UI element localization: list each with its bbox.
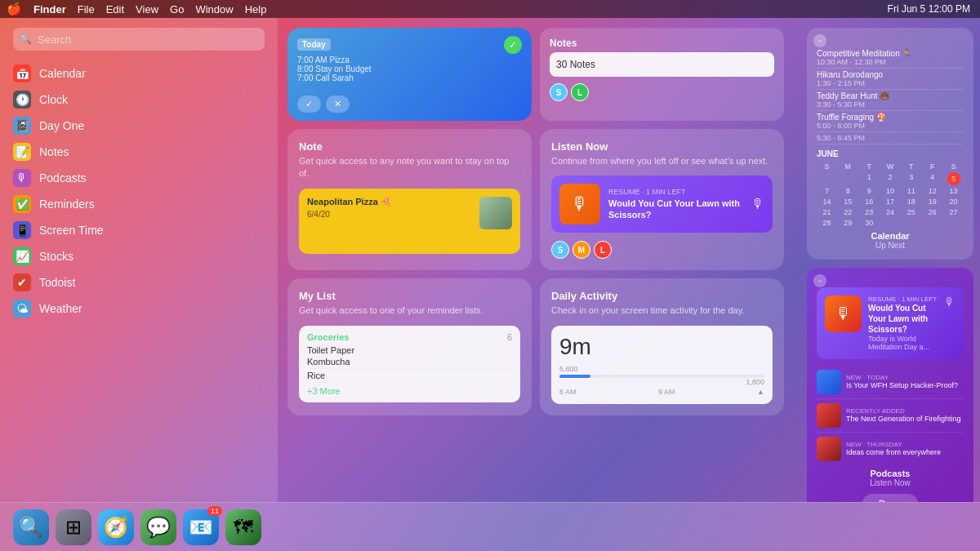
sidebar-item-weather[interactable]: 🌤 Weather	[0, 295, 278, 322]
cal-day-29[interactable]: 29	[838, 218, 858, 228]
sidebar-label-calendar: Calendar	[39, 67, 86, 80]
menu-window[interactable]: Window	[195, 3, 233, 16]
cal-day-4[interactable]: 4	[922, 172, 942, 185]
podcast-icon: 🎙	[751, 197, 764, 211]
cal-day-15[interactable]: 15	[838, 197, 858, 207]
label-0: ▲	[757, 388, 764, 396]
podcast-list-item-2: RECENTLY ADDED The Next Generation of Fi…	[817, 399, 964, 433]
avatar-m: M	[572, 241, 590, 259]
cal-day-25[interactable]: 25	[901, 207, 921, 217]
dayone-icon: 📓	[13, 117, 31, 135]
dock-safari[interactable]: 🧭	[98, 509, 134, 545]
screentime-icon: 📱	[13, 221, 31, 239]
menu-view[interactable]: View	[136, 3, 158, 16]
dock-mail[interactable]: 📧 11	[183, 509, 219, 545]
podcast-list-item-3: NEW · THURSDAY Ideas come from everywher…	[817, 433, 964, 465]
cal-day-23[interactable]: 23	[859, 207, 880, 217]
cal-day-19[interactable]: 19	[922, 197, 942, 207]
done-button[interactable]: Done	[862, 494, 919, 502]
sidebar: 🔍 📅 Calendar 🕐 Clock 📓 Day One 📝 Notes 🎙…	[0, 18, 278, 502]
menu-file[interactable]: File	[78, 3, 95, 16]
cal-day-7[interactable]: 7	[817, 186, 837, 196]
podcast-resume-info: RESUME · 1 MIN LEFT Would You Cut Your L…	[868, 295, 938, 351]
podcast-resume-section: 🎙 RESUME · 1 MIN LEFT Would You Cut Your…	[817, 287, 964, 465]
cal-day-27[interactable]: 27	[943, 207, 964, 217]
menu-edit[interactable]: Edit	[106, 3, 124, 16]
cal-day-28[interactable]: 28	[817, 218, 837, 228]
podcast-art: 🎙	[559, 184, 600, 224]
cal-day-21[interactable]: 21	[817, 207, 837, 217]
sidebar-item-todoist[interactable]: ✔ Todoist	[0, 269, 278, 295]
reminder-header-cols: Toilet Paper	[307, 345, 512, 355]
screentime-bar-bg	[559, 375, 764, 378]
cal-day-24[interactable]: 24	[880, 207, 901, 217]
menubar: 🍎 Finder File Edit View Go Window Help F…	[0, 0, 980, 18]
calendar-month: JUNE	[817, 149, 839, 158]
cal-day-12[interactable]: 12	[922, 186, 942, 196]
cal-day-30[interactable]: 30	[859, 218, 880, 228]
cal-day-5-today[interactable]: 5	[947, 172, 960, 185]
search-container: 🔍	[13, 28, 265, 51]
cal-day-11[interactable]: 11	[901, 186, 921, 196]
cal-day-3[interactable]: 3	[901, 172, 921, 185]
bar-label-1800: 1,800	[746, 378, 764, 386]
cal-day-22[interactable]: 22	[838, 207, 858, 217]
menu-go[interactable]: Go	[170, 3, 184, 16]
cal-day-17[interactable]: 17	[880, 197, 901, 207]
cal-day-9[interactable]: 9	[859, 186, 880, 196]
podcast-main-card: 🎙 RESUME · 1 MIN LEFT Would You Cut Your…	[551, 176, 773, 233]
reminder-header: Groceries 6	[307, 332, 512, 342]
cal-day-16[interactable]: 16	[859, 197, 880, 207]
apple-menu[interactable]: 🍎	[7, 2, 22, 16]
sidebar-item-screentime[interactable]: 📱 Screen Time	[0, 217, 278, 243]
menu-help[interactable]: Help	[245, 3, 267, 16]
note-widget-title: Note	[299, 140, 520, 153]
sidebar-item-podcasts[interactable]: 🎙 Podcasts	[0, 165, 278, 191]
dock-messages[interactable]: 💬	[140, 509, 176, 545]
cal-day-10[interactable]: 10	[880, 186, 901, 196]
today-btn-x[interactable]: ✕	[326, 96, 350, 113]
listen-now-subtitle: Continue from where you left off or see …	[551, 155, 773, 167]
reminder-list: Groceries 6 Toilet Paper Kombucha Rice +…	[299, 326, 520, 402]
label-6am: 6 AM	[559, 388, 577, 396]
reminder-more[interactable]: +3 More	[307, 386, 512, 396]
search-input[interactable]	[13, 28, 265, 51]
sidebar-label-screentime: Screen Time	[39, 224, 104, 237]
middle-widgets-row: Note Get quick access to any note you wa…	[287, 129, 784, 270]
dock-maps[interactable]: 🗺	[225, 509, 261, 545]
cal-day-20[interactable]: 20	[943, 197, 964, 207]
podcasts-close-button[interactable]: −	[813, 274, 826, 287]
cal-day-2[interactable]: 2	[880, 172, 901, 185]
cal-day-1[interactable]: 1	[859, 172, 880, 185]
podcast-list-tag-1: NEW · TODAY	[846, 374, 964, 381]
sidebar-item-clock[interactable]: 🕐 Clock	[0, 87, 278, 113]
cal-day-26[interactable]: 26	[922, 207, 942, 217]
avatar-l: L	[571, 83, 589, 101]
today-line2: 8:00 Stay on Budget	[297, 64, 522, 73]
sidebar-item-stocks[interactable]: 📈 Stocks	[0, 243, 278, 269]
podcasts-footer-title: Podcasts	[817, 469, 964, 478]
today-badge: Today	[297, 38, 331, 51]
podcast-info: RESUME · 1 MIN LEFT Would You Cut Your L…	[608, 188, 743, 221]
cal-header-f: F	[922, 162, 942, 171]
calendar-close-button[interactable]: −	[813, 34, 826, 47]
reminder-item-2: Rice	[307, 369, 512, 383]
calendar-footer-title: Calendar	[817, 231, 964, 241]
today-btn-check[interactable]: ✓	[297, 96, 321, 113]
sidebar-label-podcasts: Podcasts	[39, 171, 87, 184]
cal-event-5: 5:30 - 6:45 PM	[817, 132, 964, 144]
note-sticky: Neapolitan Pizza 🍕 6/4/20	[299, 189, 520, 254]
sidebar-item-dayone[interactable]: 📓 Day One	[0, 113, 278, 139]
menu-finder[interactable]: Finder	[33, 3, 66, 16]
sidebar-item-calendar[interactable]: 📅 Calendar	[0, 60, 278, 87]
cal-day-13[interactable]: 13	[943, 186, 964, 196]
dock-finder[interactable]: 🔍	[13, 509, 49, 545]
cal-day-14[interactable]: 14	[817, 197, 837, 207]
sidebar-item-reminders[interactable]: ✅ Reminders	[0, 191, 278, 217]
sidebar-item-notes[interactable]: 📝 Notes	[0, 139, 278, 165]
podcast-list-info-3: NEW · THURSDAY Ideas come from everywher…	[846, 441, 964, 458]
mini-calendar: JUNE S M T W T F S 1 2 3 4 5 7 8 9 10	[817, 149, 964, 228]
cal-day-18[interactable]: 18	[901, 197, 921, 207]
dock-launchpad[interactable]: ⊞	[56, 509, 91, 545]
cal-day-8[interactable]: 8	[838, 186, 858, 196]
